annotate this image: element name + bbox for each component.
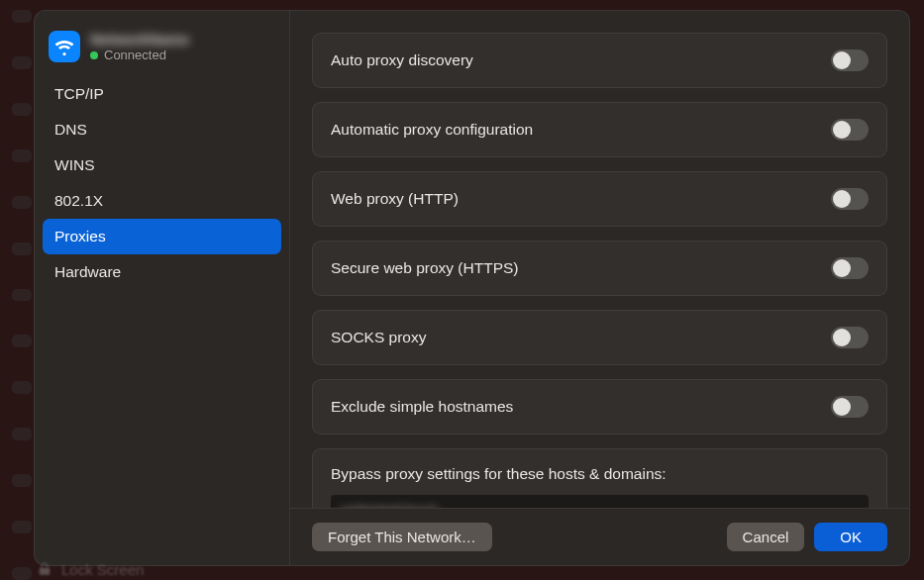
forget-network-button[interactable]: Forget This Network… — [312, 523, 492, 551]
toggle-https-proxy[interactable] — [831, 257, 869, 279]
row-auto-proxy-config: Automatic proxy configuration — [312, 102, 887, 157]
row-label: Auto proxy discovery — [331, 51, 473, 69]
dialog-footer: Forget This Network… Cancel OK — [290, 508, 909, 565]
lock-icon — [38, 562, 51, 576]
bypass-label: Bypass proxy settings for these hosts & … — [331, 465, 869, 483]
row-exclude-simple-hostnames: Exclude simple hostnames — [312, 379, 887, 435]
dialog-sidebar: NetworkName Connected TCP/IP DNS WINS 80… — [35, 11, 290, 565]
row-socks-proxy: SOCKS proxy — [312, 310, 887, 365]
background-lock-screen-label: Lock Screen — [61, 561, 144, 578]
network-status: Connected — [90, 48, 189, 62]
row-https-proxy: Secure web proxy (HTTPS) — [312, 241, 887, 296]
sidebar-item-hardware[interactable]: Hardware — [43, 254, 281, 290]
sidebar-item-dns[interactable]: DNS — [43, 112, 281, 147]
cancel-button[interactable]: Cancel — [727, 523, 805, 551]
bypass-hosts-field[interactable]: redacted.local — [331, 495, 869, 508]
row-label: Automatic proxy configuration — [331, 121, 533, 139]
sidebar-item-wins[interactable]: WINS — [43, 147, 281, 183]
row-auto-proxy-discovery: Auto proxy discovery — [312, 33, 887, 88]
toggle-auto-proxy-config[interactable] — [831, 119, 869, 141]
toggle-socks-proxy[interactable] — [831, 327, 869, 348]
network-status-label: Connected — [104, 48, 166, 62]
row-label: SOCKS proxy — [331, 329, 426, 346]
row-label: Exclude simple hostnames — [331, 398, 513, 416]
status-dot-icon — [90, 51, 98, 59]
row-label: Web proxy (HTTP) — [331, 190, 459, 208]
sidebar-item-proxies[interactable]: Proxies — [43, 219, 281, 254]
network-name: NetworkName — [90, 31, 189, 48]
sidebar-item-tcpip[interactable]: TCP/IP — [43, 76, 281, 112]
row-label: Secure web proxy (HTTPS) — [331, 259, 519, 277]
toggle-auto-proxy-discovery[interactable] — [831, 49, 869, 71]
wifi-icon — [49, 31, 80, 62]
toggle-http-proxy[interactable] — [831, 188, 869, 210]
row-bypass-hosts: Bypass proxy settings for these hosts & … — [312, 448, 887, 508]
sidebar-item-8021x[interactable]: 802.1X — [43, 183, 281, 219]
system-prefs-background-sidebar — [12, 0, 34, 580]
row-http-proxy: Web proxy (HTTP) — [312, 171, 887, 227]
network-header: NetworkName Connected — [43, 27, 281, 76]
proxies-panel: Auto proxy discovery Automatic proxy con… — [290, 11, 909, 508]
settings-tab-list: TCP/IP DNS WINS 802.1X Proxies Hardware — [43, 76, 281, 290]
ok-button[interactable]: OK — [814, 523, 887, 551]
background-lock-screen-row: Lock Screen — [38, 558, 144, 580]
bypass-hosts-value: redacted.local — [341, 503, 437, 508]
toggle-exclude-simple-hostnames[interactable] — [831, 396, 869, 418]
network-settings-dialog: NetworkName Connected TCP/IP DNS WINS 80… — [34, 10, 910, 566]
